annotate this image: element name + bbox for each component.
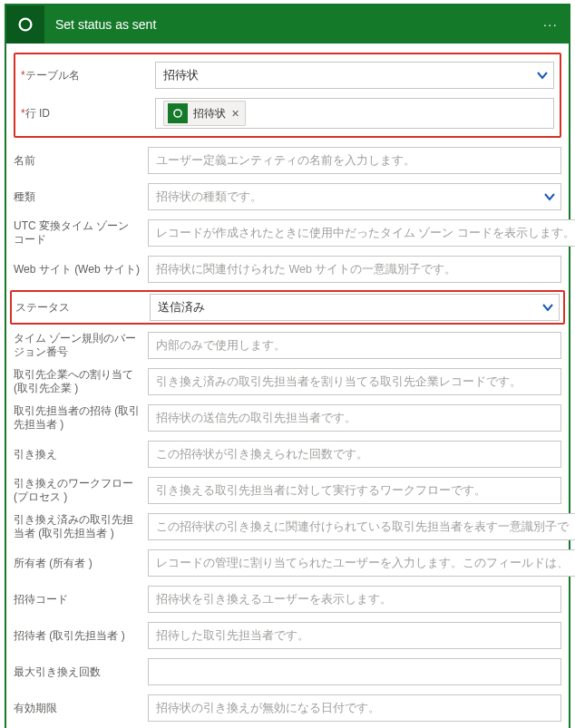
row-tz-rule: タイム ゾーン規則のバージョン番号 内部のみで使用します。 bbox=[14, 332, 561, 359]
input-invite-con[interactable]: 招待状の送信先の取引先担当者です。 bbox=[148, 404, 561, 432]
dynamic-content-token[interactable]: 招待状 ✕ bbox=[163, 101, 246, 126]
row-redeem: 引き換え この招待状が引き換えられた回数です。 bbox=[14, 441, 561, 468]
input-code[interactable]: 招待状を引き換えるユーザーを表示します。 bbox=[148, 586, 561, 613]
input-utc[interactable]: レコードが作成されたときに使用中だったタイム ゾーン コードを表示します。 bbox=[148, 219, 575, 247]
row-wf: 引き換えのワークフロー (プロセス ) 引き換える取引先担当者に対して実行するワ… bbox=[14, 477, 561, 504]
row-owner: 所有者 (所有者 ) レコードの管理に割り当てられたユーザーを入力します。このフ… bbox=[14, 549, 561, 577]
input-website[interactable]: 招待状に関連付けられた Web サイトの一意識別子です。 bbox=[148, 256, 561, 283]
row-invite-con: 取引先担当者の招待 (取引先担当者 ) 招待状の送信先の取引先担当者です。 bbox=[14, 404, 561, 432]
row-expiry: 有効期限 招待状の引き換えが無効になる日付です。 bbox=[14, 694, 561, 722]
label-max-redeem: 最大引き換え回数 bbox=[14, 665, 142, 679]
input-table-name[interactable]: 招待状 bbox=[155, 62, 554, 89]
row-name: 名前 ユーザー定義エンティティの名前を入力します。 bbox=[14, 147, 561, 174]
row-type: 種類 招待状の種類です。 bbox=[14, 183, 561, 210]
action-card: Set status as sent ··· *テーブル名 招待状 *行 ID bbox=[5, 4, 570, 728]
row-inviter: 招待者 (取引先担当者 ) 招待した取引先担当者です。 bbox=[14, 622, 561, 649]
label-status: ステータス bbox=[15, 301, 144, 315]
label-redeem: 引き換え bbox=[14, 448, 142, 461]
row-table-name: *テーブル名 招待状 bbox=[21, 62, 554, 89]
row-redeemed-con: 引き換え済みの取引先担当者 (取引先担当者 ) この招待状の引き換えに関連付けら… bbox=[14, 513, 561, 540]
label-owner: 所有者 (所有者 ) bbox=[14, 557, 142, 570]
row-assign-acc: 取引先企業への割り当て (取引先企業 ) 引き換え済みの取引先担当者を割り当てる… bbox=[14, 368, 561, 395]
input-redeem[interactable]: この招待状が引き換えられた回数です。 bbox=[148, 441, 561, 468]
highlight-row-status: ステータス 送信済み bbox=[10, 290, 565, 325]
label-row-id: *行 ID bbox=[21, 107, 150, 121]
highlight-group-key-fields: *テーブル名 招待状 *行 ID 招待状 ✕ bbox=[14, 53, 561, 138]
row-row-id: *行 ID 招待状 ✕ bbox=[21, 98, 554, 129]
label-type: 種類 bbox=[14, 190, 142, 204]
input-redeemed-con[interactable]: この招待状の引き換えに関連付けられている取引先担当者を表す一意識別子で bbox=[148, 513, 575, 540]
token-label: 招待状 bbox=[193, 104, 226, 122]
input-owner[interactable]: レコードの管理に割り当てられたユーザーを入力します。このフィールドは、 bbox=[148, 549, 575, 577]
label-invite-con: 取引先担当者の招待 (取引先担当者 ) bbox=[14, 404, 142, 432]
card-body: *テーブル名 招待状 *行 ID 招待状 ✕ bbox=[6, 44, 569, 728]
dataverse-icon bbox=[168, 103, 188, 123]
label-code: 招待コード bbox=[14, 593, 142, 607]
input-max-redeem[interactable] bbox=[148, 658, 561, 685]
label-wf: 引き換えのワークフロー (プロセス ) bbox=[14, 477, 142, 504]
input-wf[interactable]: 引き換える取引先担当者に対して実行するワークフローです。 bbox=[148, 477, 561, 504]
card-title: Set status as sent bbox=[44, 17, 541, 32]
input-expiry[interactable]: 招待状の引き換えが無効になる日付です。 bbox=[148, 694, 561, 722]
card-header[interactable]: Set status as sent ··· bbox=[6, 5, 569, 44]
input-status[interactable]: 送信済み bbox=[150, 294, 560, 321]
label-utc: UTC 変換タイム ゾーン コード bbox=[14, 219, 142, 247]
label-expiry: 有効期限 bbox=[14, 702, 142, 715]
label-tz-rule: タイム ゾーン規則のバージョン番号 bbox=[14, 332, 142, 359]
label-website: Web サイト (Web サイト) bbox=[14, 263, 142, 277]
dataverse-icon bbox=[6, 5, 44, 44]
label-redeemed-con: 引き換え済みの取引先担当者 (取引先担当者 ) bbox=[14, 513, 142, 540]
row-website: Web サイト (Web サイト) 招待状に関連付けられた Web サイトの一意… bbox=[14, 256, 561, 283]
label-table-name: *テーブル名 bbox=[21, 69, 150, 83]
input-tz-rule[interactable]: 内部のみで使用します。 bbox=[148, 332, 561, 359]
token-remove-button[interactable]: ✕ bbox=[231, 104, 239, 122]
input-name[interactable]: ユーザー定義エンティティの名前を入力します。 bbox=[148, 147, 561, 174]
row-utc: UTC 変換タイム ゾーン コード レコードが作成されたときに使用中だったタイム… bbox=[14, 219, 561, 247]
input-row-id[interactable]: 招待状 ✕ bbox=[155, 98, 554, 129]
input-inviter[interactable]: 招待した取引先担当者です。 bbox=[148, 622, 561, 649]
label-inviter: 招待者 (取引先担当者 ) bbox=[14, 629, 142, 643]
row-max-redeem: 最大引き換え回数 bbox=[14, 658, 561, 685]
label-name: 名前 bbox=[14, 154, 142, 168]
card-menu-button[interactable]: ··· bbox=[541, 17, 560, 32]
row-code: 招待コード 招待状を引き換えるユーザーを表示します。 bbox=[14, 586, 561, 613]
input-assign-acc[interactable]: 引き換え済みの取引先担当者を割り当てる取引先企業レコードです。 bbox=[148, 368, 561, 395]
label-assign-acc: 取引先企業への割り当て (取引先企業 ) bbox=[14, 368, 142, 395]
input-type[interactable]: 招待状の種類です。 bbox=[148, 183, 561, 210]
